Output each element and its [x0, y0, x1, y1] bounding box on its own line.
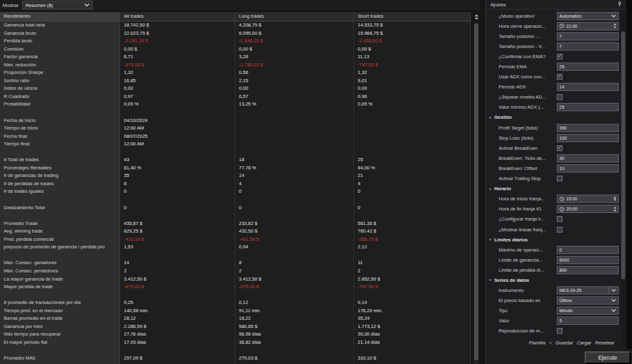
setting-input[interactable]: 100 — [557, 134, 619, 142]
setting-checkbox[interactable] — [557, 227, 562, 233]
combo-dropdown-button[interactable] — [609, 287, 616, 294]
table-row[interactable] — [0, 252, 471, 260]
table-row[interactable]: Máx. Consec. ganadores14811 — [0, 259, 471, 267]
table-row[interactable]: Comisión0,00 $0,00 $0,00 $ — [0, 46, 471, 54]
table-row[interactable]: Barras promedio en el trade28,1218,2235,… — [0, 315, 471, 323]
table-row[interactable]: Promedio MAE297,09 $279,03 $310,10 $ — [0, 355, 471, 363]
settings-section-header[interactable]: ▼Gestión — [486, 112, 622, 123]
column-header-rendimiento[interactable]: Rendimiento — [0, 12, 120, 21]
setting-input[interactable]: 7 — [557, 32, 619, 40]
row-value: 2.286,59 $ — [120, 323, 235, 331]
template-load-link[interactable]: Cargar — [577, 340, 592, 346]
table-row[interactable]: porpocio de promedio de ganancia / pérdi… — [0, 243, 471, 252]
table-row[interactable]: Fecha final08/07/2025 — [0, 133, 471, 141]
setting-checkbox[interactable]: ✓ — [557, 54, 562, 59]
spinner-up-down-icon[interactable] — [614, 207, 616, 212]
table-row[interactable]: Pmd. perdida comercial-410,16 $-461,56 $… — [0, 236, 471, 244]
setting-input[interactable]: 800 — [557, 266, 619, 274]
table-row[interactable]: R Cuadrado0,970,570,96 — [0, 93, 471, 101]
setting-dropdown[interactable]: Último — [557, 296, 619, 305]
table-row[interactable]: Probabilidad0,09 %13,25 %0,05 % — [0, 100, 471, 109]
table-row[interactable]: Fecha de inicio04/10/2024 — [0, 117, 471, 125]
table-row[interactable]: # promedio de transacciones por día0,250… — [0, 299, 471, 307]
table-row[interactable]: Mayor perdida de trade-875,00 $-875,00 $… — [0, 283, 471, 291]
setting-time-field[interactable]: 20:00 — [557, 205, 619, 213]
table-row[interactable]: Ganancia total neta18.742,50 $4.208,75 $… — [0, 21, 471, 30]
template-reset-link[interactable]: Resetear — [595, 340, 614, 346]
setting-time-field[interactable]: 15:00 — [557, 195, 619, 203]
spinner-up-down-icon[interactable] — [614, 23, 616, 28]
column-header-long-trades[interactable]: Long trades — [235, 12, 354, 21]
setting-input[interactable]: 7 — [557, 42, 619, 51]
execute-button[interactable]: Ejecute — [585, 351, 631, 364]
spinner-up-down-icon[interactable] — [614, 197, 616, 202]
table-row[interactable]: # de ganancias de trading351421 — [0, 172, 471, 180]
setting-checkbox[interactable] — [557, 176, 562, 181]
table-row[interactable] — [0, 109, 471, 117]
setting-dropdown[interactable]: Automatico — [557, 12, 619, 20]
setting-input[interactable]: 10 — [557, 164, 619, 173]
setting-time-field[interactable]: 21:00 — [557, 22, 619, 30]
setting-instrument-combo[interactable]: MES 09-25 — [557, 286, 619, 294]
setting-input[interactable]: 25 — [557, 103, 619, 111]
table-row[interactable]: Proporción Sharpe1,320,561,32 — [0, 69, 471, 77]
table-row[interactable]: Máx. reducción-875,00 $-1.750,00 $-787,5… — [0, 61, 471, 70]
table-row[interactable]: # Total de trades431825 — [0, 156, 471, 164]
collapse-triangle-icon[interactable]: ▼ — [489, 187, 492, 191]
table-row[interactable]: Máx tiempo para recuperar27,76 días56,98… — [0, 331, 471, 339]
column-header-all-trades[interactable]: All trades — [120, 12, 235, 21]
table-row[interactable] — [0, 346, 471, 355]
template-save-link[interactable]: Guardar — [556, 340, 573, 346]
setting-input[interactable]: 25 — [557, 63, 619, 71]
scrollbar-up-down-buttons[interactable] — [473, 12, 480, 21]
table-row[interactable]: Deslizamiento Total000 — [0, 204, 471, 212]
scrollbar-track[interactable] — [474, 22, 478, 364]
table-row[interactable] — [0, 149, 471, 157]
column-header-short-trades[interactable]: Short trades — [354, 12, 471, 21]
setting-checkbox[interactable]: ✓ — [557, 74, 562, 80]
collapse-triangle-icon[interactable]: ▼ — [489, 116, 492, 119]
table-row[interactable]: El mayor periodo flat17,93 días36,82 día… — [0, 339, 471, 347]
table-row[interactable]: Máx. Consec. perdedores222 — [0, 267, 471, 276]
table-row[interactable] — [0, 212, 471, 220]
table-row[interactable]: Sortino ratio16,852,159,01 — [0, 77, 471, 85]
table-scrollbar[interactable] — [473, 12, 480, 364]
table-row[interactable]: Perdida bruto-3.281,25 $-1.846,25 $-1.43… — [0, 37, 471, 46]
setting-checkbox[interactable] — [557, 328, 562, 334]
setting-dropdown[interactable]: Minuto — [557, 306, 619, 315]
table-row[interactable]: La mayor ganancia de trade3.412,50 $3.41… — [0, 276, 471, 284]
table-row[interactable]: Factor ganancia6,713,2811,13 — [0, 53, 471, 61]
table-row[interactable]: Porcentajes Rentables81,40 %77,78 %84,00… — [0, 164, 471, 173]
table-row[interactable]: Ganancia por mes2.286,59 $580,85 $1.773,… — [0, 323, 471, 331]
setting-input[interactable]: 30 — [557, 154, 619, 162]
setting-input[interactable]: 390 — [557, 124, 619, 132]
setting-checkbox[interactable] — [557, 94, 562, 100]
settings-scrollbar[interactable] — [621, 10, 625, 346]
table-row[interactable]: Tiempo final12:00 AM — [0, 140, 471, 149]
table-row[interactable]: Índice de ulcera0,000,000,00 — [0, 85, 471, 93]
scrollbar-thumb[interactable] — [474, 23, 478, 360]
table-row[interactable] — [0, 196, 471, 204]
setting-input[interactable]: 5000 — [557, 256, 619, 264]
table-row[interactable]: Ganancia bruto22.023,75 $6.055,00 $15.96… — [0, 30, 471, 38]
table-row[interactable]: # de perdidas de trades844 — [0, 180, 471, 188]
settings-section-header[interactable]: ▼Horario — [486, 184, 622, 194]
collapse-triangle-icon[interactable]: ▼ — [489, 238, 492, 241]
table-row[interactable]: Tiempo pmd. en el mercado140,58 min.91,1… — [0, 307, 471, 315]
table-row[interactable]: Promedio Trade435,87 $233,82 $581,35 $ — [0, 220, 471, 228]
setting-input[interactable]: 14 — [557, 83, 619, 91]
view-selector-dropdown[interactable]: Resumen ($) — [22, 1, 93, 9]
collapse-triangle-icon[interactable]: ▼ — [489, 278, 492, 282]
table-row[interactable] — [0, 291, 471, 300]
setting-checkbox[interactable]: ✓ — [557, 145, 562, 151]
table-row[interactable]: Avg. winning trade629,25 $432,50 $760,42… — [0, 228, 471, 236]
setting-checkbox[interactable] — [557, 216, 562, 222]
table-row[interactable]: # de trades iguales000 — [0, 188, 471, 196]
settings-section-header[interactable]: ▼Series de datos — [486, 275, 622, 285]
table-row[interactable]: Tiempo de inicio12:00 AM — [0, 124, 471, 133]
setting-input[interactable]: 5 — [557, 317, 619, 325]
setting-input[interactable]: 0 — [557, 246, 619, 254]
settings-section-header[interactable]: ▼Límites diarios — [486, 234, 622, 245]
pin-icon[interactable] — [617, 1, 622, 9]
settings-scrollbar-thumb[interactable] — [621, 32, 625, 279]
